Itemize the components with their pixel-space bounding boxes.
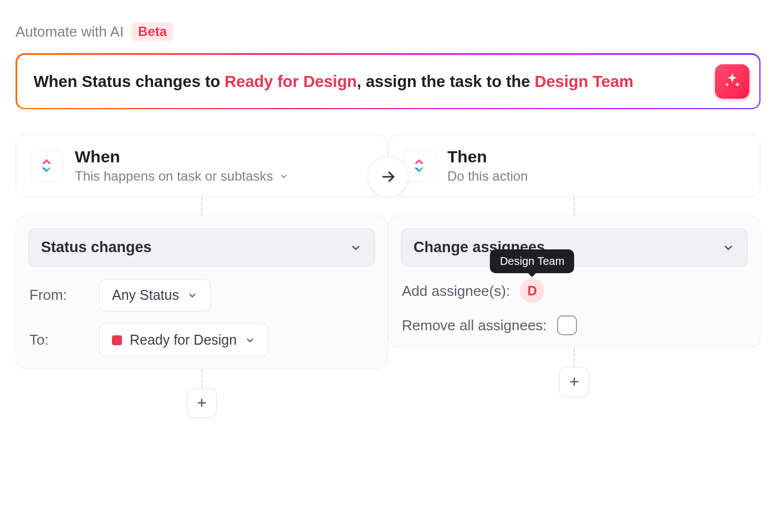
when-title: When (75, 147, 373, 166)
then-config-card: Change assignees Add assignee(s): D Desi… (388, 216, 760, 348)
chevron-down-icon (279, 171, 289, 181)
assignee-initial: D (527, 283, 537, 299)
trigger-select-label: Status changes (41, 239, 152, 256)
beta-badge: Beta (131, 22, 173, 41)
add-trigger-button[interactable]: + (187, 388, 217, 418)
prompt-prefix: When Status changes to (34, 73, 225, 90)
chevron-down-icon (722, 241, 735, 254)
chevron-down-icon (187, 290, 198, 301)
action-select[interactable]: Change assignees (401, 228, 748, 267)
app-logo (30, 150, 63, 182)
remove-assignees-row: Remove all assignees: (401, 315, 748, 335)
plus-icon: + (197, 393, 207, 412)
connector-line (574, 197, 575, 216)
arrow-right-icon (380, 168, 396, 185)
ai-prompt-text: When Status changes to Ready for Design,… (34, 71, 634, 91)
from-status-value: Any Status (112, 287, 179, 303)
when-card-header: When This happens on task or subtasks (30, 147, 373, 184)
to-status-select[interactable]: Ready for Design (99, 324, 268, 356)
then-column: Then Do this action Change assignees Add… (388, 135, 760, 397)
chevron-down-icon (349, 241, 363, 254)
ai-prompt-inner: When Status changes to Ready for Design,… (17, 55, 759, 108)
assignee-tooltip: Design Team (490, 249, 574, 273)
then-title: Then (447, 147, 746, 166)
prompt-highlight-team: Design Team (535, 73, 634, 90)
plus-icon: + (569, 372, 579, 391)
when-card: When This happens on task or subtasks (16, 135, 388, 197)
prompt-middle: , assign the task to the (357, 73, 535, 90)
from-status-select[interactable]: Any Status (99, 279, 211, 311)
ai-generate-button[interactable] (715, 64, 749, 99)
from-row: From: Any Status (28, 279, 375, 311)
to-status-value: Ready for Design (130, 332, 237, 348)
to-row: To: Ready for Design (28, 324, 375, 356)
header: Automate with AI Beta (16, 22, 760, 41)
when-subtitle: This happens on task or subtasks (75, 168, 273, 184)
add-action-button[interactable]: + (559, 367, 589, 397)
connector-line (574, 348, 575, 367)
when-subtitle-row[interactable]: This happens on task or subtasks (75, 168, 373, 184)
then-card: Then Do this action (388, 135, 760, 197)
flow-arrow (368, 157, 408, 197)
ai-prompt-bar[interactable]: When Status changes to Ready for Design,… (16, 53, 760, 109)
trigger-select[interactable]: Status changes (28, 228, 375, 267)
then-card-header: Then Do this action (403, 147, 746, 184)
status-color-swatch (112, 335, 122, 345)
assignee-avatar[interactable]: D Design Team (520, 279, 544, 303)
add-assignees-row: Add assignee(s): D Design Team (401, 279, 748, 303)
when-config-card: Status changes From: Any Status To: Read… (16, 216, 388, 369)
from-label: From: (29, 287, 85, 304)
prompt-highlight-status: Ready for Design (224, 73, 357, 90)
add-assignees-label: Add assignee(s): (402, 283, 510, 300)
then-subtitle-row: Do this action (447, 168, 746, 184)
when-column: When This happens on task or subtasks St… (16, 135, 388, 418)
connector-line (201, 369, 202, 388)
clickup-logo-icon (410, 156, 428, 175)
header-title: Automate with AI (16, 23, 124, 40)
sparkle-icon (723, 71, 741, 91)
remove-assignees-label: Remove all assignees: (402, 317, 547, 334)
to-label: To: (29, 331, 85, 349)
then-subtitle: Do this action (447, 168, 528, 184)
chevron-down-icon (244, 335, 256, 346)
clickup-logo-icon (37, 156, 56, 175)
remove-all-checkbox[interactable] (557, 315, 577, 335)
automation-flow: When This happens on task or subtasks St… (16, 135, 760, 418)
connector-line (201, 197, 202, 216)
